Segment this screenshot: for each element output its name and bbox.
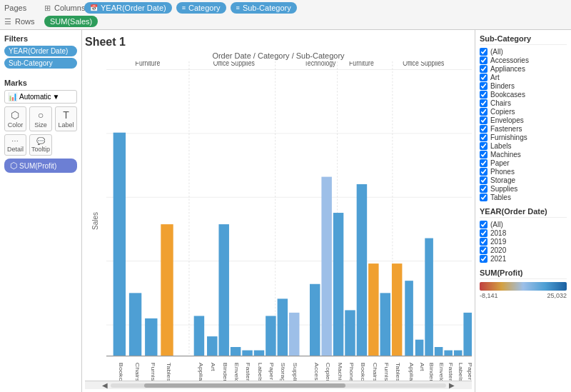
bar-appliances-2018[interactable] xyxy=(194,316,204,356)
bar-envelopes-2018[interactable] xyxy=(231,347,241,356)
auto-select[interactable]: 📊 Automatic ▼ xyxy=(4,90,77,104)
sub-category-checkbox-0[interactable] xyxy=(480,48,487,56)
bar-paper-2019[interactable] xyxy=(463,313,472,356)
year-checkbox-0[interactable] xyxy=(480,221,487,228)
sub-category-checkbox-3[interactable] xyxy=(480,74,487,81)
sub-category-item-13[interactable]: Paper xyxy=(480,159,567,167)
sub-category-checkbox-9[interactable] xyxy=(480,125,487,133)
sub-category-item-7[interactable]: Copiers xyxy=(480,108,567,116)
label-mark[interactable]: T Label xyxy=(55,106,77,131)
color-mark[interactable]: ⬡ Color xyxy=(4,106,26,131)
sub-category-item-15[interactable]: Storage xyxy=(480,176,567,184)
year-checkbox-1[interactable] xyxy=(480,229,487,237)
sub-category-item-9[interactable]: Fasteners xyxy=(480,125,567,133)
bar-machines-2018[interactable] xyxy=(333,213,343,356)
sub-category-checkbox-4[interactable] xyxy=(480,82,487,90)
sub-category-label-4: Binders xyxy=(490,82,515,90)
filter-year-pill[interactable]: YEAR(Order Date) xyxy=(4,46,77,56)
category-pill[interactable]: ≡ Category xyxy=(176,2,226,14)
sub-category-item-11[interactable]: Labels xyxy=(480,142,567,150)
bar-tables-2019[interactable] xyxy=(392,263,402,356)
bar-bookcases-2018[interactable] xyxy=(113,133,126,356)
bar-paper-2018[interactable] xyxy=(266,316,276,356)
sub-category-checkbox-12[interactable] xyxy=(480,151,487,159)
bar-fasteners-2019[interactable] xyxy=(444,351,453,356)
size-mark[interactable]: ○ Size xyxy=(29,106,52,131)
bar-art-2018[interactable] xyxy=(207,336,217,356)
bar-furnishings-2018[interactable] xyxy=(145,318,157,356)
sub-category-item-10[interactable]: Furnishings xyxy=(480,134,567,141)
bar-art-2019[interactable] xyxy=(415,340,424,356)
bar-furnishings-2019[interactable] xyxy=(380,293,390,356)
bar-chairs-2018[interactable] xyxy=(129,293,141,356)
sub-category-item-1[interactable]: Accessories xyxy=(480,56,567,64)
sum-profit-pill[interactable]: ⬡ SUM(Profit) xyxy=(4,159,77,173)
sub-category-item-3[interactable]: Art xyxy=(480,74,567,81)
bar-tables-2018[interactable] xyxy=(161,224,173,356)
bar-storage-2018[interactable] xyxy=(278,298,288,356)
sub-category-item-17[interactable]: Tables xyxy=(480,194,567,201)
sub-category-checkbox-7[interactable] xyxy=(480,108,487,116)
bar-supplies-2018[interactable] xyxy=(289,313,299,356)
sum-sales-pill[interactable]: SUM(Sales) xyxy=(44,16,98,27)
year-checkbox-2[interactable] xyxy=(480,238,487,246)
bar-copiers-2018[interactable] xyxy=(321,177,331,356)
sub-category-item-5[interactable]: Bookcases xyxy=(480,91,567,99)
filter-subcategory-pill[interactable]: Sub-Category xyxy=(4,58,77,69)
bar-bookcases-2019[interactable] xyxy=(357,184,367,356)
bar-binders-2018[interactable] xyxy=(218,224,228,356)
bar-labels-2018[interactable] xyxy=(254,351,264,356)
sub-category-pill[interactable]: ≡ Sub-Category xyxy=(231,2,297,14)
sub-category-checkbox-17[interactable] xyxy=(480,194,487,201)
sub-category-item-2[interactable]: Appliances xyxy=(480,65,567,73)
year-checkbox-3[interactable] xyxy=(480,246,487,254)
bar-accessories-2018[interactable] xyxy=(310,284,320,356)
year-item-1[interactable]: 2018 xyxy=(480,229,567,237)
scroll-track[interactable] xyxy=(111,383,446,388)
detail-mark[interactable]: ⋯ Detail xyxy=(4,134,26,156)
bar-phones-2018[interactable] xyxy=(345,310,355,356)
sub-category-item-12[interactable]: Machines xyxy=(480,151,567,159)
year-checkbox-4[interactable] xyxy=(480,255,487,263)
scroll-left-arrow[interactable]: ◀ xyxy=(99,381,111,389)
bar-envelopes-2019[interactable] xyxy=(435,347,443,356)
sub-category-item-16[interactable]: Supplies xyxy=(480,185,567,193)
sub-category-checkbox-5[interactable] xyxy=(480,91,487,99)
sub-category-checkbox-10[interactable] xyxy=(480,134,487,141)
sub-category-item-6[interactable]: Chairs xyxy=(480,99,567,107)
year-item-4[interactable]: 2021 xyxy=(480,255,567,263)
bar-fasteners-2018[interactable] xyxy=(242,351,252,356)
main-container: Pages ⊞ Columns 📅 YEAR(Order Date) ≡ Cat… xyxy=(0,0,571,392)
sub-category-item-8[interactable]: Envelopes xyxy=(480,116,567,124)
sum-profit-legend-title: SUM(Profit) xyxy=(480,268,567,279)
tooltip-mark[interactable]: 💬 Tooltip xyxy=(29,134,52,156)
year-item-0[interactable]: (All) xyxy=(480,221,567,228)
bottom-scrollbar[interactable]: ◀ ▶ xyxy=(85,381,472,389)
year-item-3[interactable]: 2020 xyxy=(480,246,567,254)
sub-category-checkbox-2[interactable] xyxy=(480,65,487,73)
bar-appliances-2019[interactable] xyxy=(405,281,413,356)
sub-category-label-12: Machines xyxy=(490,151,521,159)
scroll-right-arrow[interactable]: ▶ xyxy=(446,381,458,389)
year-item-2[interactable]: 2019 xyxy=(480,238,567,246)
sub-category-item-0[interactable]: (All) xyxy=(480,48,567,56)
scroll-thumb[interactable] xyxy=(144,383,345,388)
sub-category-checkbox-1[interactable] xyxy=(480,56,487,64)
sub-category-checkbox-8[interactable] xyxy=(480,116,487,124)
year-order-date-pill[interactable]: 📅 YEAR(Order Date) xyxy=(84,2,172,14)
year-label-4: 2021 xyxy=(490,255,506,263)
sub-category-checkbox-6[interactable] xyxy=(480,99,487,107)
svg-text:Furniture: Furniture xyxy=(349,61,374,67)
sub-category-checkbox-11[interactable] xyxy=(480,142,487,150)
sub-category-checkbox-14[interactable] xyxy=(480,168,487,176)
year-label-0: (All) xyxy=(490,221,503,228)
sub-category-checkbox-16[interactable] xyxy=(480,185,487,193)
bar-chairs-2019[interactable] xyxy=(368,263,378,356)
columns-label: ⊞ Columns xyxy=(44,4,80,13)
sub-category-checkbox-15[interactable] xyxy=(480,176,487,184)
bar-binders-2019[interactable] xyxy=(425,238,433,356)
sub-category-item-14[interactable]: Phones xyxy=(480,168,567,176)
sub-category-item-4[interactable]: Binders xyxy=(480,82,567,90)
bar-labels-2019[interactable] xyxy=(454,351,463,356)
sub-category-checkbox-13[interactable] xyxy=(480,159,487,167)
